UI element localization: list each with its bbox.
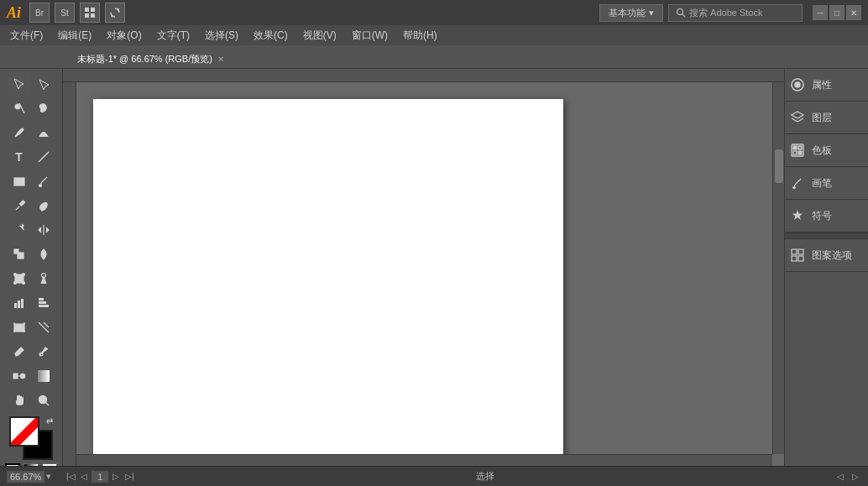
layout-icon[interactable]: [80, 3, 100, 23]
last-page-button[interactable]: ▷|: [123, 471, 135, 483]
zoom-tool[interactable]: [32, 389, 55, 412]
vertical-scroll-thumb[interactable]: [775, 149, 783, 183]
svg-rect-1: [91, 8, 95, 12]
hand-tool[interactable]: [8, 389, 31, 412]
svg-line-34: [39, 322, 49, 332]
maximize-button[interactable]: □: [829, 5, 844, 20]
menu-object[interactable]: 对象(O): [100, 27, 148, 44]
panel-pattern-options[interactable]: 图案选项: [785, 239, 868, 272]
lasso-tool[interactable]: [32, 97, 55, 120]
zoom-dropdown-arrow[interactable]: ▾: [46, 471, 51, 482]
svg-rect-40: [38, 370, 50, 382]
pen-tool[interactable]: [8, 121, 31, 144]
right-panel: 属性 图层 色板: [784, 69, 868, 466]
svg-point-4: [677, 9, 683, 15]
workspace-selector[interactable]: 基本功能 ▾: [599, 4, 663, 22]
puppet-warp-tool[interactable]: [32, 267, 55, 290]
pattern-options-icon: [788, 246, 807, 264]
panel-symbols[interactable]: 符号: [785, 200, 868, 233]
document-tab[interactable]: 未标题-1* @ 66.67% (RGB/预览) ✕: [67, 50, 234, 68]
column-graph-tool[interactable]: [8, 291, 31, 315]
menu-help[interactable]: 帮助(H): [396, 27, 444, 44]
svg-rect-52: [798, 146, 802, 149]
foreground-color-box[interactable]: [9, 416, 39, 447]
curvature-tool[interactable]: [32, 121, 55, 144]
direct-selection-tool[interactable]: [32, 72, 55, 96]
tab-bar: 未标题-1* @ 66.67% (RGB/预览) ✕: [0, 45, 868, 69]
line-segment-tool[interactable]: [32, 145, 55, 169]
next-page-button[interactable]: ▷: [110, 471, 122, 483]
search-icon: [676, 8, 686, 18]
canvas-area[interactable]: [63, 69, 784, 466]
shaper-tool[interactable]: [32, 194, 55, 217]
swatches-icon: [788, 141, 807, 159]
svg-rect-23: [14, 303, 17, 308]
artboard[interactable]: [93, 99, 563, 460]
svg-line-5: [682, 14, 686, 18]
panel-properties[interactable]: 属性: [785, 69, 868, 102]
measure-tool[interactable]: [32, 340, 55, 363]
free-transform-tool[interactable]: [8, 267, 31, 290]
reflect-tool[interactable]: [32, 218, 55, 242]
minimize-button[interactable]: ─: [813, 5, 828, 20]
menu-edit[interactable]: 编辑(E): [51, 27, 98, 44]
rotate-icon[interactable]: [105, 3, 125, 23]
svg-line-42: [45, 402, 49, 405]
prev-page-button[interactable]: ◁: [78, 471, 90, 483]
panel-layers[interactable]: 图层: [785, 102, 868, 134]
tool-row-pencil: [2, 194, 60, 217]
close-button[interactable]: ✕: [846, 5, 861, 20]
no-fill-icon[interactable]: [42, 463, 57, 466]
tool-row-shapes: [2, 170, 60, 193]
rotate-tool[interactable]: [8, 218, 31, 242]
pencil-tool[interactable]: [8, 194, 31, 217]
workspace-dropdown-arrow: ▾: [649, 8, 654, 18]
paintbrush-tool[interactable]: [32, 170, 55, 193]
svg-point-55: [792, 186, 796, 190]
svg-point-18: [13, 274, 16, 276]
svg-line-8: [39, 152, 49, 162]
search-stock-input[interactable]: 搜索 Adobe Stock: [668, 4, 803, 22]
status-bar: 66.67% ▾ |◁ ◁ 1 ▷ ▷| 选择 ◁ ▷: [0, 466, 868, 486]
tab-close-button[interactable]: ✕: [217, 55, 224, 64]
scale-tool[interactable]: [8, 243, 31, 266]
panel-symbols-label: 符号: [812, 209, 832, 223]
magic-wand-tool[interactable]: [8, 97, 31, 120]
eyedropper-tool[interactable]: [8, 340, 31, 363]
svg-rect-57: [798, 249, 803, 254]
svg-line-12: [16, 206, 19, 210]
menu-select[interactable]: 选择(S): [198, 27, 245, 44]
stock-icon[interactable]: St: [55, 3, 75, 23]
tool-row-selection: [2, 72, 60, 96]
menu-view[interactable]: 视图(V): [296, 27, 343, 44]
panel-swatches[interactable]: 色板: [785, 134, 868, 167]
selection-tool[interactable]: [8, 72, 31, 96]
rectangle-tool[interactable]: [8, 170, 31, 193]
blend-tool[interactable]: [8, 364, 31, 388]
prev-artboard-button[interactable]: ◁: [834, 471, 846, 483]
slice-tool[interactable]: [32, 316, 55, 339]
bridge-icon[interactable]: Br: [29, 3, 50, 23]
tool-row-hand: [2, 389, 60, 412]
menu-window[interactable]: 窗口(W): [345, 27, 395, 44]
vertical-ruler: [63, 82, 76, 466]
gradient-tool[interactable]: [32, 364, 55, 388]
horizontal-scrollbar[interactable]: [76, 454, 772, 466]
bar-graph-tool[interactable]: [32, 291, 55, 315]
type-tool[interactable]: T: [8, 145, 31, 169]
vertical-scrollbar[interactable]: [772, 82, 784, 454]
menu-text[interactable]: 文字(T): [150, 27, 196, 44]
menu-effect[interactable]: 效果(C): [247, 27, 295, 44]
width-tool[interactable]: [32, 243, 55, 266]
gradient-fill-icon[interactable]: [24, 463, 39, 466]
next-artboard-button[interactable]: ▷: [850, 471, 861, 483]
fill-icon[interactable]: [5, 463, 20, 466]
panel-brushes[interactable]: 画笔: [785, 167, 868, 200]
left-toolbar: T: [0, 69, 63, 466]
first-page-button[interactable]: |◁: [65, 471, 76, 483]
menu-file[interactable]: 文件(F): [3, 27, 50, 44]
color-swap-button[interactable]: ⇄: [46, 416, 53, 426]
svg-rect-53: [793, 151, 797, 154]
artboard-tool[interactable]: [8, 316, 31, 339]
brush-icon: [788, 174, 807, 192]
